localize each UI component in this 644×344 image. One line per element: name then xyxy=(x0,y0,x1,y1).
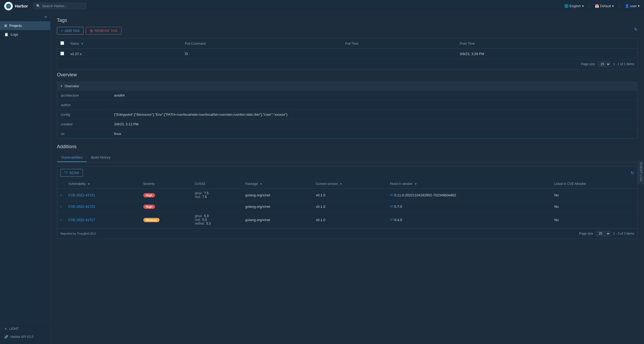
add-tag-button[interactable]: + ADD TAG xyxy=(57,27,83,35)
chevron-down-icon-2: ▾ xyxy=(612,4,614,8)
copy-icon[interactable]: ⧉ xyxy=(185,51,188,56)
refresh-vuln-icon[interactable]: ↻ xyxy=(631,170,634,175)
vuln-page-controls: Page size 25 50 100 1 - 3 of 3 items xyxy=(579,231,634,237)
overview-body: architecture amd64 author config {"Entry… xyxy=(57,91,638,139)
cve-link-2[interactable]: CVE-2022-41717 xyxy=(68,218,95,222)
chevron-down-icon: ▾ xyxy=(582,4,584,8)
table-row: › CVE-2022-41717 Medium xyxy=(57,212,637,228)
search-input[interactable] xyxy=(42,4,79,8)
tags-toolbar: + ADD TAG 🗑 REMOVE TAG ↻ xyxy=(57,27,638,35)
vuln-table-body: › CVE-2022-41721 High xyxy=(57,189,637,228)
search-bar[interactable]: 🔍 xyxy=(33,3,86,9)
package-col-header: Package ▼ xyxy=(242,179,313,189)
cvss3-cell-2: ghsa: 5.3 nvd: 5.3 redhat: xyxy=(191,212,242,228)
package-cell-2: golang.org/x/net xyxy=(242,212,313,228)
expand-button-2[interactable]: › xyxy=(60,218,62,222)
row-checkbox[interactable] xyxy=(60,52,64,55)
sidebar-footer-api[interactable]: 🔗 Harbor API V2.0 xyxy=(0,333,50,341)
pull-command-column-header: Pull Command xyxy=(182,39,342,49)
severity-cell-0: High xyxy=(140,189,192,202)
app-name: Harbor xyxy=(15,4,28,8)
event-log-tab[interactable]: EVENT LOG xyxy=(638,160,644,184)
tags-page-size-select[interactable]: 15 25 50 xyxy=(598,61,610,67)
cvss-redhat-val-2: 5.3 xyxy=(206,222,211,225)
sidebar-footer: ☀ LIGHT 🔗 Harbor API V2.0 xyxy=(0,321,50,344)
page-size-label: Page size xyxy=(581,62,595,66)
chevron-down-icon-3: ▾ xyxy=(638,4,640,8)
select-all-checkbox[interactable] xyxy=(60,41,64,45)
cve-link-0[interactable]: CVE-2022-41721 xyxy=(68,193,95,197)
push-time-column-header: Push Time xyxy=(457,39,637,49)
fixed-version-1: 🏷 0.7.0 xyxy=(390,205,548,209)
collapse-icon[interactable]: « xyxy=(45,14,47,19)
sidebar-projects-label: Projects xyxy=(9,24,22,28)
language-selector[interactable]: 🌐 English ▾ xyxy=(564,4,584,8)
user-icon: 👤 xyxy=(625,4,629,8)
tag-push-time-cell: 3/9/23, 3:29 PM xyxy=(457,49,637,59)
cve-link-1[interactable]: CVE-2022-41723 xyxy=(68,205,95,209)
tab-vulnerabilities[interactable]: Vulnerabilities xyxy=(57,153,87,162)
overview-group: ▾ Overview architecture amd64 author con… xyxy=(57,81,638,139)
projects-icon: ⊞ xyxy=(4,24,7,28)
sidebar-item-logs[interactable]: 📋 Logs xyxy=(0,30,50,39)
expand-cell-2: › xyxy=(57,212,65,228)
additions-section: Additions Vulnerabilities Build History … xyxy=(57,144,638,239)
cvss-ghsa-val-2: 5.3 xyxy=(204,214,209,218)
logs-icon: 📋 xyxy=(4,32,9,36)
fixed-version-filter-icon[interactable]: ▼ xyxy=(414,183,417,185)
user-menu[interactable]: 👤 user ▾ xyxy=(625,4,640,8)
overview-row-architecture: architecture amd64 xyxy=(57,91,637,100)
cvss3-cell-1 xyxy=(191,202,242,212)
cvss3-values-0: ghsa: 7.5 nvd: 7.5 xyxy=(195,191,239,199)
vuln-page-size-select[interactable]: 25 50 100 xyxy=(596,231,610,237)
name-filter-icon[interactable]: ▼ xyxy=(81,42,83,45)
package-cell-0: golang.org/x/net xyxy=(242,189,313,202)
api-label: Harbor API V2.0 xyxy=(10,335,34,339)
tags-table-body: v1.27.x ⧉ 3/9/23, 3:29 PM xyxy=(57,49,637,59)
tag-icon-2: 🏷 xyxy=(390,218,393,222)
refresh-tags-icon[interactable]: ↻ xyxy=(634,27,638,35)
overview-row-author: author xyxy=(57,100,637,110)
vulnerability-col-header: Vulnerability ▼ xyxy=(65,179,140,189)
expand-cell-0: › xyxy=(57,189,65,202)
tab-build-history[interactable]: Build History xyxy=(87,153,115,162)
theme-icon: 📅 xyxy=(595,4,599,8)
scan-button[interactable]: 🛡 SCAN xyxy=(60,169,83,177)
severity-badge-0: High xyxy=(143,193,155,197)
sidebar-item-projects[interactable]: ⊞ Projects xyxy=(0,21,50,30)
overview-group-header[interactable]: ▾ Overview xyxy=(57,81,638,91)
cvss-nvd-val-2: 5.3 xyxy=(202,218,207,222)
cvss-nvd-row-2: nvd: 5.3 xyxy=(195,218,239,222)
chevron-down-overview-icon: ▾ xyxy=(61,84,62,88)
svg-point-1 xyxy=(8,6,9,7)
remove-tag-button[interactable]: 🗑 REMOVE TAG xyxy=(86,27,121,35)
app-logo[interactable]: Harbor xyxy=(4,2,28,10)
cvss-redhat-row-2: redhat: 5.3 xyxy=(195,222,239,225)
overview-title: Overview xyxy=(57,72,638,78)
theme-selector[interactable]: 📅 Default ▾ xyxy=(595,4,614,8)
overview-key-architecture: architecture xyxy=(57,91,110,100)
overview-val-os: linux xyxy=(110,129,637,138)
cvss-nvd-val-0: 7.5 xyxy=(202,195,207,199)
current-version-col-header: Current version ▼ xyxy=(313,179,387,189)
light-icon: ☀ xyxy=(4,327,7,331)
overview-group-label: Overview xyxy=(65,84,79,88)
add-tag-label: ADD TAG xyxy=(65,29,80,33)
expand-button-1[interactable]: › xyxy=(60,204,62,209)
select-all-cell xyxy=(57,39,67,49)
remove-tag-label: REMOVE TAG xyxy=(95,29,117,33)
tags-table-container: Name ▼ Pull Command Pull Time Push Time xyxy=(57,38,638,69)
overview-key-created: created xyxy=(57,119,110,129)
listed-cve-cell-2: No xyxy=(551,212,637,228)
fixed-in-cell-2: 🏷 0.4.0 xyxy=(387,212,551,228)
api-icon: 🔗 xyxy=(4,335,8,339)
vulnerabilities-table: Vulnerability ▼ Severity CVSS3 Package xyxy=(57,179,637,228)
sidebar-footer-light[interactable]: ☀ LIGHT xyxy=(0,325,50,333)
vuln-filter-icon[interactable]: ▼ xyxy=(87,183,90,185)
fixed-version-2: 🏷 0.4.0 xyxy=(390,218,548,222)
scan-bar: 🛡 SCAN ↻ xyxy=(57,166,637,179)
expand-button-0[interactable]: › xyxy=(60,193,62,197)
cvss3-col-header: CVSS3 xyxy=(191,179,242,189)
current-version-filter-icon[interactable]: ▼ xyxy=(340,183,342,185)
package-filter-icon[interactable]: ▼ xyxy=(260,183,262,185)
